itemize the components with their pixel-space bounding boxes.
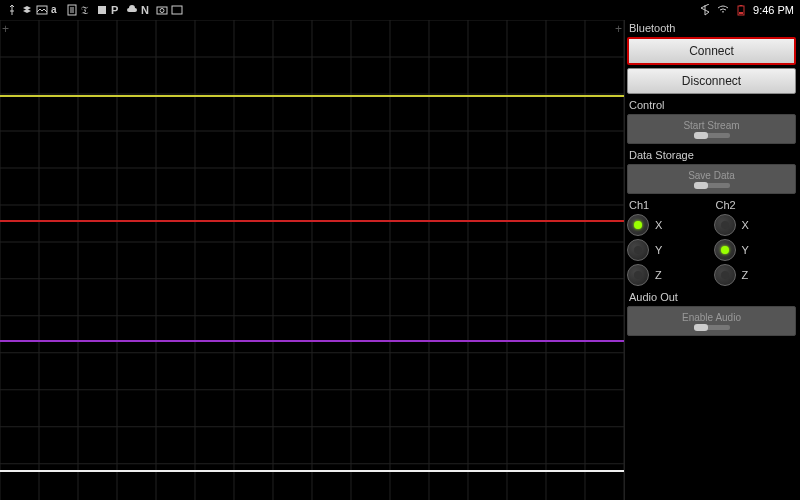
- save-data-text: Save Data: [688, 170, 735, 181]
- status-time: 9:46 PM: [753, 4, 794, 16]
- ch2-z-label: Z: [742, 269, 749, 281]
- battery-icon: [735, 4, 747, 16]
- svg-point-4: [160, 9, 164, 13]
- ch2-y-radio[interactable]: [714, 239, 736, 261]
- picture-icon: [36, 4, 48, 16]
- save-data-toggle: [694, 183, 730, 188]
- trace-white: [0, 470, 624, 472]
- ch1-y-radio[interactable]: [627, 239, 649, 261]
- ch1-x-row: X: [627, 214, 710, 236]
- ch2-y-row: Y: [714, 239, 797, 261]
- control-panel: Bluetooth Connect Disconnect Control Sta…: [625, 20, 800, 500]
- ch1-x-radio[interactable]: [627, 214, 649, 236]
- status-left-icons: a 𝔗 P N: [6, 4, 183, 16]
- start-stream-text: Start Stream: [683, 120, 739, 131]
- start-stream-button[interactable]: Start Stream: [627, 114, 796, 144]
- channel-1-column: Ch1 XYZ: [627, 197, 710, 289]
- cloud-icon: [126, 4, 138, 16]
- start-stream-toggle: [694, 133, 730, 138]
- gallery-icon: [171, 4, 183, 16]
- save-data-button[interactable]: Save Data: [627, 164, 796, 194]
- amazon-icon: a: [51, 4, 63, 16]
- doc-icon: [66, 4, 78, 16]
- app-icon: [96, 4, 108, 16]
- svg-rect-2: [98, 6, 106, 14]
- ch2-x-radio[interactable]: [714, 214, 736, 236]
- ch1-z-label: Z: [655, 269, 662, 281]
- control-label: Control: [627, 97, 796, 114]
- enable-audio-toggle: [694, 325, 730, 330]
- signal-graph: + +: [0, 20, 625, 500]
- svg-rect-5: [172, 6, 182, 14]
- bluetooth-icon: [699, 4, 711, 16]
- ch1-y-label: Y: [655, 244, 662, 256]
- trace-red: [0, 220, 624, 222]
- ch1-y-row: Y: [627, 239, 710, 261]
- status-right: 9:46 PM: [699, 4, 794, 16]
- graph-grid: [0, 20, 624, 500]
- storage-label: Data Storage: [627, 147, 796, 164]
- ch1-x-label: X: [655, 219, 662, 231]
- usb-icon: [6, 4, 18, 16]
- wifi-icon: [717, 4, 729, 16]
- ch2-x-label: X: [742, 219, 749, 231]
- ch1-z-row: Z: [627, 264, 710, 286]
- audio-label: Audio Out: [627, 289, 796, 306]
- ch1-label: Ch1: [627, 197, 710, 214]
- ch2-y-label: Y: [742, 244, 749, 256]
- enable-audio-button[interactable]: Enable Audio: [627, 306, 796, 336]
- ch2-z-radio[interactable]: [714, 264, 736, 286]
- ch2-x-row: X: [714, 214, 797, 236]
- status-bar: a 𝔗 P N 9:46 PM: [0, 0, 800, 20]
- connect-button[interactable]: Connect: [627, 37, 796, 65]
- bluetooth-label: Bluetooth: [627, 20, 796, 37]
- enable-audio-text: Enable Audio: [682, 312, 741, 323]
- svg-rect-7: [740, 5, 743, 6]
- svg-rect-8: [739, 12, 743, 14]
- dropbox-icon: [21, 4, 33, 16]
- ch1-z-radio[interactable]: [627, 264, 649, 286]
- nyt-icon: 𝔗: [81, 4, 93, 16]
- disconnect-button[interactable]: Disconnect: [627, 68, 796, 94]
- channel-2-column: Ch2 XYZ: [714, 197, 797, 289]
- ch2-label: Ch2: [714, 197, 797, 214]
- trace-purple: [0, 340, 624, 342]
- ch2-z-row: Z: [714, 264, 797, 286]
- pandora-icon: P: [111, 4, 123, 16]
- camera-icon: [156, 4, 168, 16]
- trace-yellow: [0, 95, 624, 97]
- netflix-icon: N: [141, 4, 153, 16]
